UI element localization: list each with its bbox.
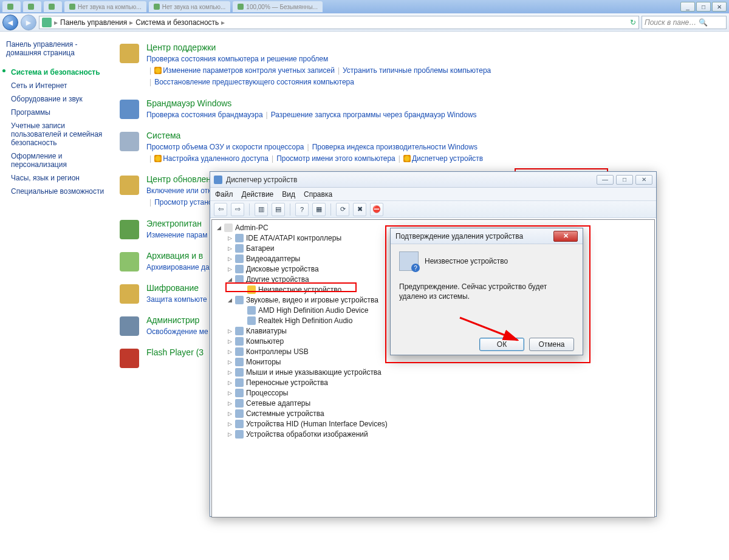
tb-update-icon[interactable]: ⟳ bbox=[336, 203, 349, 216]
expand-icon[interactable]: ▷ bbox=[227, 328, 233, 334]
menu-help[interactable]: Справка bbox=[304, 190, 332, 199]
expand-icon[interactable]: ◢ bbox=[216, 225, 222, 231]
expand-icon[interactable]: ▷ bbox=[227, 235, 233, 241]
expand-icon[interactable]: ▷ bbox=[227, 245, 233, 251]
tb-help-icon[interactable]: ? bbox=[295, 203, 309, 216]
tree-label: IDE ATA/ATAPI контроллеры bbox=[246, 234, 341, 242]
tree-item[interactable]: ▷Устройства обработки изображений bbox=[213, 429, 653, 439]
tree-item[interactable]: ▷Устройства HID (Human Interface Devices… bbox=[213, 418, 653, 429]
expand-icon[interactable]: ▷ bbox=[227, 369, 233, 375]
menu-action[interactable]: Действие bbox=[242, 190, 274, 199]
menu-file[interactable]: Файл bbox=[215, 190, 233, 199]
category-title[interactable]: Центр поддержки bbox=[146, 43, 723, 52]
device-icon bbox=[235, 347, 244, 356]
tb-forward-icon[interactable]: ⇨ bbox=[231, 203, 244, 216]
tb-disable-icon[interactable]: ⛔ bbox=[370, 203, 383, 216]
maximize-button[interactable]: □ bbox=[696, 2, 711, 12]
expand-icon[interactable]: ▷ bbox=[227, 349, 233, 355]
tb-back-icon[interactable]: ⇦ bbox=[214, 203, 227, 216]
dm-title-icon bbox=[214, 176, 222, 184]
sidebar-item[interactable]: Оформление и персонализация bbox=[6, 149, 114, 171]
category-link[interactable]: Разрешение запуска программы через бранд… bbox=[271, 111, 477, 119]
expand-icon[interactable]: ▷ bbox=[227, 421, 233, 427]
tb-uninstall-icon[interactable]: ✖ bbox=[353, 203, 366, 216]
category-link[interactable]: Просмотр установ bbox=[154, 198, 216, 207]
category-link[interactable]: Проверка индекса производительности Wind… bbox=[312, 143, 477, 151]
tree-item[interactable]: ▷Мониторы bbox=[213, 357, 653, 367]
sidebar-home-link[interactable]: Панель управления - домашняя страница bbox=[6, 40, 114, 57]
dm-minimize-button[interactable]: — bbox=[597, 175, 614, 185]
category-link[interactable]: Проверка состояния брандмауэра bbox=[146, 111, 263, 119]
expand-icon[interactable]: ▷ bbox=[227, 411, 233, 417]
link-divider: | bbox=[338, 66, 340, 75]
browser-tab[interactable]: Нет звука на компью... bbox=[64, 1, 146, 12]
expand-icon[interactable]: ◢ bbox=[227, 297, 233, 303]
expand-icon[interactable]: ▷ bbox=[227, 338, 233, 344]
sidebar-item[interactable]: Специальные возможности bbox=[6, 185, 114, 198]
tb-show-hidden-icon[interactable]: ▥ bbox=[255, 203, 268, 216]
category-link[interactable]: Просмотр объема ОЗУ и скорости процессор… bbox=[146, 143, 304, 151]
expand-icon[interactable]: ▷ bbox=[227, 256, 233, 262]
category-link[interactable]: Изменение параметров контроля учетных за… bbox=[163, 66, 335, 75]
category-link[interactable]: Освобождение ме bbox=[146, 327, 208, 336]
expand-icon[interactable]: ▷ bbox=[227, 431, 233, 437]
category-link[interactable]: Проверка состояния компьютера и решение … bbox=[146, 55, 328, 63]
expand-icon[interactable]: ▷ bbox=[227, 400, 233, 406]
sidebar-item[interactable]: Система и безопасность bbox=[6, 66, 114, 79]
category-link[interactable]: Просмотр имени этого компьютера bbox=[276, 154, 395, 163]
tree-item[interactable]: ▷Процессоры bbox=[213, 388, 653, 398]
category-link[interactable]: Настройка удаленного доступа bbox=[163, 154, 269, 163]
sidebar-item[interactable]: Оборудование и звук bbox=[6, 92, 114, 106]
browser-tab[interactable] bbox=[23, 1, 41, 12]
dm-maximize-button[interactable]: □ bbox=[616, 175, 633, 185]
browser-tab[interactable] bbox=[2, 1, 21, 12]
breadcrumb-item[interactable]: Панель управления bbox=[60, 18, 127, 27]
sidebar-item[interactable]: Часы, язык и регион bbox=[6, 171, 114, 185]
tree-label: Admin-PC bbox=[235, 224, 269, 232]
sidebar-item[interactable]: Программы bbox=[6, 106, 114, 119]
search-input[interactable]: Поиск в пане… 🔍 bbox=[642, 16, 727, 29]
favicon bbox=[154, 4, 160, 10]
expand-icon[interactable]: ◢ bbox=[227, 276, 233, 282]
tree-item[interactable]: ▷Сетевые адаптеры bbox=[213, 398, 653, 408]
menu-view[interactable]: Вид bbox=[282, 190, 295, 199]
tree-item[interactable]: ▷Переносные устройства bbox=[213, 377, 653, 388]
tb-scan-icon[interactable]: ▦ bbox=[312, 203, 326, 216]
category-link[interactable]: Диспетчер устройств bbox=[412, 154, 483, 163]
category-title[interactable]: Брандмауэр Windows bbox=[146, 98, 723, 108]
control-panel-icon bbox=[42, 18, 52, 27]
category-link[interactable]: Восстановление предшествующего состояния… bbox=[154, 78, 354, 86]
expand-icon[interactable]: ▷ bbox=[227, 359, 233, 365]
close-button[interactable]: ✕ bbox=[712, 2, 727, 12]
refresh-icon[interactable]: ↻ bbox=[630, 18, 636, 27]
browser-tab[interactable]: 100,00% — Безымянны... bbox=[233, 1, 323, 12]
category-title[interactable]: Система bbox=[146, 131, 723, 140]
tb-properties-icon[interactable]: ▤ bbox=[272, 203, 285, 216]
search-icon[interactable]: 🔍 bbox=[699, 18, 708, 27]
cancel-button[interactable]: Отмена bbox=[529, 338, 574, 351]
category-link[interactable]: Архивирование да bbox=[146, 263, 210, 271]
nav-forward-button[interactable]: ► bbox=[21, 15, 36, 30]
dm-titlebar[interactable]: Диспетчер устройств — □ ✕ bbox=[210, 172, 656, 188]
dialog-titlebar[interactable]: Подтверждение удаления устройства ✕ bbox=[391, 228, 583, 244]
expand-icon[interactable]: ▷ bbox=[227, 390, 233, 396]
dm-close-button[interactable]: ✕ bbox=[635, 175, 652, 185]
category-link[interactable]: Устранить типичные проблемы компьютера bbox=[343, 66, 491, 75]
browser-tab[interactable]: Нет звука на компью... bbox=[149, 1, 231, 12]
uac-shield-icon bbox=[403, 155, 411, 162]
ok-button[interactable]: ОК bbox=[479, 338, 524, 351]
tree-item[interactable]: ▷Системные устройства bbox=[213, 408, 653, 418]
category-link[interactable]: Защита компьюте bbox=[146, 295, 207, 304]
category-link[interactable]: Изменение парам bbox=[146, 231, 207, 239]
minimize-button[interactable]: _ bbox=[680, 2, 695, 12]
browser-tab[interactable] bbox=[44, 1, 62, 12]
sidebar-item[interactable]: Сеть и Интернет bbox=[6, 79, 114, 92]
expand-icon[interactable]: ▷ bbox=[227, 380, 233, 386]
nav-back-button[interactable]: ◄ bbox=[2, 15, 18, 30]
expand-icon[interactable]: ▷ bbox=[227, 266, 233, 272]
breadcrumb[interactable]: ▸ Панель управления ▸ Система и безопасн… bbox=[39, 16, 639, 29]
sidebar-item[interactable]: Учетные записи пользователей и семейная … bbox=[6, 119, 114, 149]
dialog-close-button[interactable]: ✕ bbox=[553, 231, 578, 242]
tree-item[interactable]: ▷Мыши и иные указывающие устройства bbox=[213, 367, 653, 377]
breadcrumb-item[interactable]: Система и безопасность bbox=[135, 18, 219, 27]
